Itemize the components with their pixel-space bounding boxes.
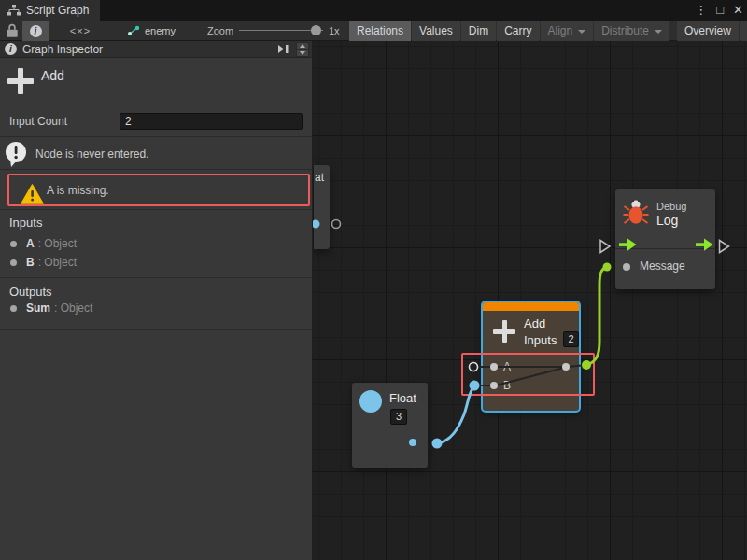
window-controls: ⋮ □ ✕ <box>695 0 743 21</box>
output-port-row-sum: Sum : Object <box>0 299 312 317</box>
inspector-toggle-button[interactable]: i <box>22 21 49 41</box>
port-name: B <box>26 256 35 269</box>
close-icon[interactable]: ✕ <box>733 0 743 21</box>
bug-icon <box>623 197 649 226</box>
scroll-up-button[interactable] <box>296 42 309 49</box>
lock-icon[interactable] <box>4 23 21 38</box>
add-unit-icon <box>7 68 34 94</box>
node-divider <box>615 248 715 249</box>
outputs-title: Outputs <box>9 285 52 299</box>
wires-overlay <box>313 41 747 560</box>
outputs-section: Outputs Sum : Object <box>0 278 312 330</box>
warning-highlight-box: A is missing. <box>7 174 310 206</box>
flow-out-triangle-port[interactable] <box>720 241 729 253</box>
info-icon: i <box>30 25 42 37</box>
input-count-label: Input Count <box>9 115 67 128</box>
graph-toolbar: i <×> enemy Zoom 1x Relations Values Dim… <box>0 21 747 41</box>
inspector-header: i Graph Inspector <box>0 41 312 58</box>
kebab-menu-icon[interactable]: ⋮ <box>695 0 707 21</box>
flow-in-triangle-port[interactable] <box>600 241 610 253</box>
graph-icon <box>127 25 140 36</box>
node-subtitle: Inputs <box>524 333 557 347</box>
scroll-stepper <box>296 42 309 57</box>
chevron-down-icon <box>300 51 305 55</box>
maximize-icon[interactable]: □ <box>716 0 724 21</box>
inputs-section: Inputs A : Object B : Object <box>0 210 312 278</box>
tab-title: Script Graph <box>26 4 89 17</box>
port-dot-icon <box>10 241 17 247</box>
graph-inspector-panel: i Graph Inspector Add Input Count <box>0 41 313 560</box>
port-type: : Object <box>38 256 77 269</box>
distribute-dropdown[interactable]: Distribute <box>594 21 669 41</box>
zoom-slider[interactable] <box>239 21 323 41</box>
node-float[interactable]: Float 3 <box>352 383 428 468</box>
inspector-title: Graph Inspector <box>22 43 103 56</box>
warning-icon <box>21 184 44 204</box>
node-selected-header-bar <box>483 302 579 311</box>
add-node-icon <box>493 320 515 343</box>
relations-button[interactable]: Relations <box>349 21 411 41</box>
tab-script-graph[interactable]: Script Graph <box>0 0 100 21</box>
toolbar-buttons: Relations Values Dim Carry Align Distrib… <box>349 21 747 41</box>
unit-title: Add <box>41 68 64 83</box>
node-category: Debug <box>656 201 686 212</box>
dim-button[interactable]: Dim <box>461 21 496 41</box>
zoom-slider-handle[interactable] <box>311 25 321 35</box>
zoom-value: 1x <box>329 21 340 41</box>
tab-bar: Script Graph ⋮ □ ✕ <box>0 0 747 21</box>
unit-title-section: Add <box>0 58 312 105</box>
float-output-port[interactable] <box>432 439 443 449</box>
scroll-down-button[interactable] <box>296 49 309 57</box>
carry-button[interactable]: Carry <box>497 21 539 41</box>
unity-script-graph-window: Script Graph ⋮ □ ✕ i <×> enemy Zoom <box>0 0 747 560</box>
input-count-row: Input Count <box>0 106 312 137</box>
port-name: Sum <box>26 301 50 315</box>
inputs-title: Inputs <box>9 216 42 230</box>
port-name: A <box>26 237 35 250</box>
info-message-text: Node is never entered. <box>35 138 148 169</box>
align-dropdown[interactable]: Align <box>541 21 594 41</box>
warning-message-text: A is missing. <box>47 175 109 204</box>
code-icon[interactable]: <×> <box>62 21 99 41</box>
input-port-row-a: A : Object <box>0 234 312 253</box>
port-dot-icon <box>10 259 17 266</box>
add-inputs-count-field[interactable]: 2 <box>563 331 579 347</box>
node-title: Add <box>524 316 545 330</box>
graph-ref-label: enemy <box>145 25 176 36</box>
error-highlight-box <box>461 353 595 396</box>
wire-add-to-log[interactable] <box>586 267 607 365</box>
info-message-row: Node is never entered. <box>0 138 312 170</box>
chevron-up-icon <box>300 44 305 48</box>
warning-message-row: A is missing. <box>0 170 312 210</box>
info-icon: i <box>5 43 17 55</box>
overview-button[interactable]: Overview <box>677 21 739 41</box>
fullscreen-button[interactable]: Full Screen <box>740 21 747 41</box>
dock-panel-icon[interactable] <box>277 44 289 54</box>
float-value-field[interactable]: 3 <box>390 409 407 425</box>
node-title: Float <box>389 391 416 405</box>
log-message-connected-port[interactable] <box>603 263 612 272</box>
node-float-hidden[interactable]: at <box>314 165 330 249</box>
zoom-label: Zoom <box>207 21 233 41</box>
float-value-icon <box>359 390 382 413</box>
values-button[interactable]: Values <box>412 21 460 41</box>
node-debug-log[interactable]: Debug Log Message <box>615 189 715 289</box>
port-dot-icon <box>10 305 17 312</box>
graph-reference[interactable]: enemy <box>127 21 176 41</box>
input-port-row-b: B : Object <box>0 253 312 272</box>
port-type: : Object <box>38 237 77 250</box>
port-type: : Object <box>54 301 92 315</box>
message-port-label: Message <box>640 259 685 273</box>
speech-bubble-icon <box>4 141 29 168</box>
script-graph-icon <box>7 5 21 16</box>
node-title: Log <box>656 213 678 228</box>
node-title-fragment: at <box>315 171 324 184</box>
input-count-field[interactable] <box>120 113 303 130</box>
hidden-node-unconnected-port[interactable] <box>332 220 341 229</box>
graph-canvas[interactable]: at Float 3 Add Inputs 2 A B <box>313 41 747 560</box>
